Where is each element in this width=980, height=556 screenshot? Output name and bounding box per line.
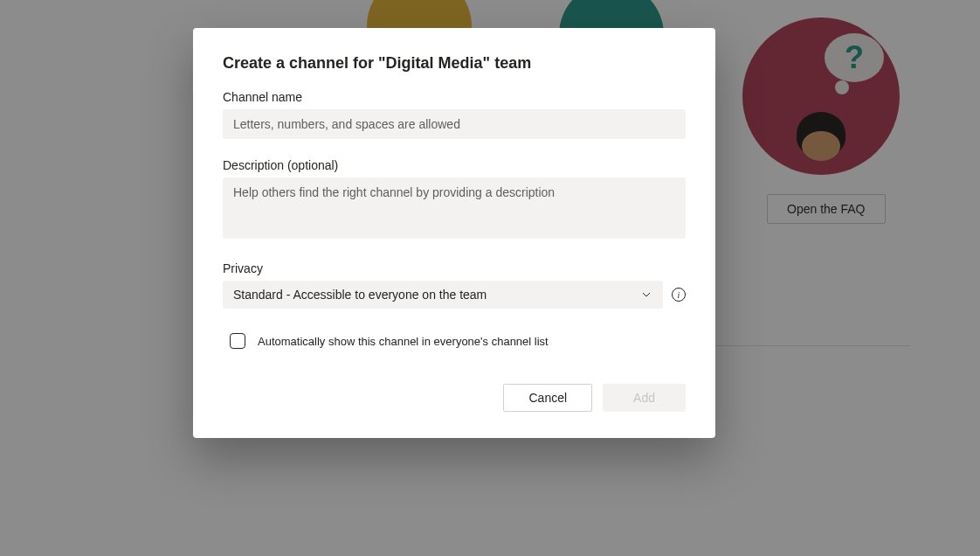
create-channel-dialog: Create a channel for "Digital Media" tea… [193, 28, 715, 438]
cancel-button[interactable]: Cancel [503, 384, 592, 412]
add-button[interactable]: Add [603, 384, 686, 412]
privacy-selected-value: Standard - Accessible to everyone on the… [233, 288, 487, 302]
description-label: Description (optional) [223, 158, 686, 172]
channel-name-label: Channel name [223, 90, 686, 104]
chevron-down-icon [640, 288, 652, 301]
privacy-select[interactable]: Standard - Accessible to everyone on the… [223, 281, 663, 309]
description-field-group: Description (optional) [223, 158, 686, 242]
channel-name-field-group: Channel name [223, 90, 686, 139]
dialog-title: Create a channel for "Digital Media" tea… [223, 54, 686, 73]
dialog-button-row: Cancel Add [223, 384, 686, 412]
description-input[interactable] [223, 177, 686, 239]
auto-show-checkbox[interactable] [230, 333, 245, 349]
auto-show-checkbox-label: Automatically show this channel in every… [258, 335, 549, 348]
privacy-label: Privacy [223, 261, 686, 275]
privacy-field-group: Privacy Standard - Accessible to everyon… [223, 261, 686, 309]
channel-name-input[interactable] [223, 109, 686, 139]
auto-show-checkbox-row: Automatically show this channel in every… [230, 333, 686, 349]
info-icon[interactable]: i [672, 288, 686, 302]
